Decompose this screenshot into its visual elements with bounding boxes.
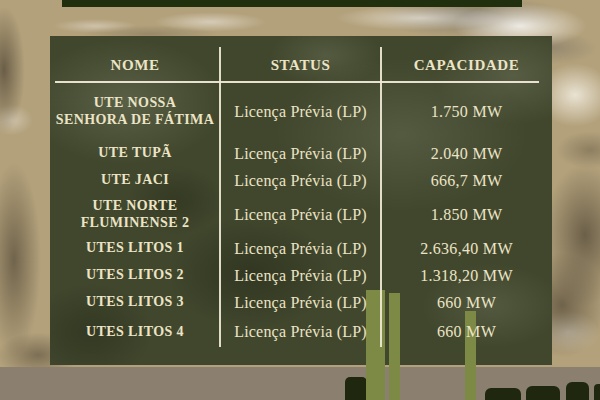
status-cell: Licença Prévia (LP) xyxy=(220,194,381,235)
capacity-cell: 666,7 MW xyxy=(381,167,552,194)
table-row: UTE TUPÃ Licença Prévia (LP) 2.040 MW xyxy=(50,140,552,167)
status-cell: Licença Prévia (LP) xyxy=(220,289,381,316)
table-row: UTE NOSSA SENHORA DE FÁTIMA Licença Prév… xyxy=(50,83,552,140)
table-row: UTE JACI Licença Prévia (LP) 666,7 MW xyxy=(50,167,552,194)
status-cell: Licença Prévia (LP) xyxy=(220,262,381,289)
plant-name-cell: UTES LITOS 2 xyxy=(50,262,220,289)
status-cell: Licença Prévia (LP) xyxy=(220,316,381,348)
capacity-cell: 660 MW xyxy=(381,289,552,316)
plant-name-cell: UTES LITOS 4 xyxy=(50,316,220,348)
data-table-panel: NOME STATUS CAPACIDADE UTE NOSSA SENHORA… xyxy=(50,36,552,365)
status-cell: Licença Prévia (LP) xyxy=(220,140,381,167)
plant-name-cell: UTES LITOS 3 xyxy=(50,289,220,316)
plant-name-cell: UTE JACI xyxy=(50,167,220,194)
capacity-cell: 2.040 MW xyxy=(381,140,552,167)
table-row: UTES LITOS 4 Licença Prévia (LP) 660 MW xyxy=(50,316,552,348)
status-cell: Licença Prévia (LP) xyxy=(220,167,381,194)
table-row: UTES LITOS 1 Licença Prévia (LP) 2.636,4… xyxy=(50,235,552,262)
status-cell: Licença Prévia (LP) xyxy=(220,235,381,262)
capacity-cell: 2.636,40 MW xyxy=(381,235,552,262)
capacity-cell: 1.850 MW xyxy=(381,194,552,235)
plant-building-silhouette xyxy=(566,382,589,400)
column-header-capacidade: CAPACIDADE xyxy=(381,48,552,83)
column-divider xyxy=(380,47,382,347)
top-accent-bar xyxy=(62,0,522,7)
capacity-cell: 1.750 MW xyxy=(381,83,552,140)
capacity-cell: 1.318,20 MW xyxy=(381,262,552,289)
table-row: UTES LITOS 2 Licença Prévia (LP) 1.318,2… xyxy=(50,262,552,289)
plant-name-cell: UTE NOSSA SENHORA DE FÁTIMA xyxy=(50,83,220,140)
capacity-cell: 660 MW xyxy=(381,316,552,348)
plant-building-silhouette xyxy=(485,388,521,400)
table-row: UTES LITOS 3 Licença Prévia (LP) 660 MW xyxy=(50,289,552,316)
plant-name-cell: UTES LITOS 1 xyxy=(50,235,220,262)
header-underline xyxy=(55,81,539,83)
table-header-row: NOME STATUS CAPACIDADE xyxy=(50,36,552,83)
plant-name-cell: UTE NORTE FLUMINENSE 2 xyxy=(50,194,220,235)
table-row: UTE NORTE FLUMINENSE 2 Licença Prévia (L… xyxy=(50,194,552,235)
plant-name-cell: UTE TUPÃ xyxy=(50,140,220,167)
column-header-nome: NOME xyxy=(50,48,220,83)
column-divider xyxy=(219,47,221,347)
plant-building-silhouette xyxy=(594,384,600,400)
plant-building-silhouette xyxy=(345,377,367,400)
table-rows: UTE NOSSA SENHORA DE FÁTIMA Licença Prév… xyxy=(50,83,552,348)
status-cell: Licença Prévia (LP) xyxy=(220,83,381,140)
column-header-status: STATUS xyxy=(220,48,381,83)
infographic-stage: NOME STATUS CAPACIDADE UTE NOSSA SENHORA… xyxy=(0,0,600,400)
plant-building-silhouette xyxy=(526,386,560,400)
